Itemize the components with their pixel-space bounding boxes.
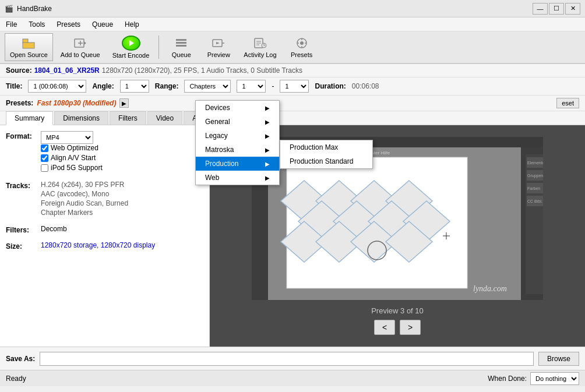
chevron-right-icon: ▶ <box>265 161 270 167</box>
production-submenu: Production Max Production Standard <box>280 140 373 169</box>
chevron-right-icon: ▶ <box>265 175 270 181</box>
chevron-right-icon: ▶ <box>265 105 270 111</box>
preset-production-item[interactable]: Production ▶ <box>196 157 279 171</box>
preset-matroska-item[interactable]: Matroska ▶ <box>196 143 279 157</box>
preset-general-item[interactable]: General ▶ <box>196 115 279 129</box>
preset-legacy-item[interactable]: Legacy ▶ <box>196 129 279 143</box>
production-max-item[interactable]: Production Max <box>280 140 372 154</box>
chevron-right-icon: ▶ <box>265 119 270 125</box>
presets-dropdown: Devices ▶ General ▶ Legacy ▶ Matroska ▶ … <box>195 100 280 185</box>
production-standard-item[interactable]: Production Standard <box>280 154 372 168</box>
preset-devices-item[interactable]: Devices ▶ <box>196 101 279 115</box>
chevron-right-icon: ▶ <box>265 147 270 153</box>
dropdown-overlay <box>0 0 585 392</box>
chevron-right-icon: ▶ <box>265 133 270 139</box>
preset-web-item[interactable]: Web ▶ <box>196 171 279 185</box>
